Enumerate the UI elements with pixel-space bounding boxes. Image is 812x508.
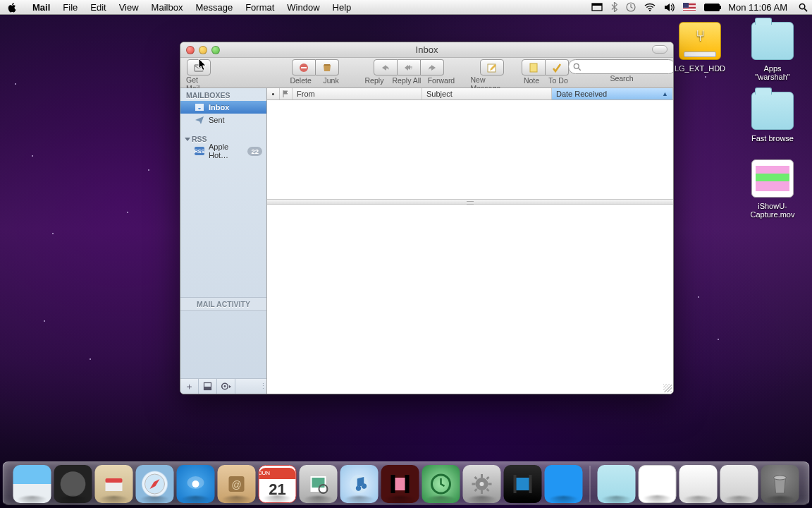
- menu-clock[interactable]: Mon 11:06 AM: [724, 0, 794, 15]
- svg-rect-19: [106, 478, 123, 483]
- show-activity-button[interactable]: [199, 379, 217, 394]
- dock-itunes[interactable]: [340, 465, 379, 503]
- toolbar-toggle-button[interactable]: [652, 45, 668, 54]
- dock-quicktime[interactable]: [504, 465, 542, 503]
- sidebar-item-label: Inbox: [209, 103, 229, 111]
- desktop-label: iShowU-: [744, 202, 801, 210]
- pane-splitter[interactable]: [267, 199, 673, 205]
- dock-dashboard[interactable]: [54, 465, 92, 503]
- sent-icon: [195, 116, 204, 124]
- dock-finder[interactable]: [13, 465, 51, 503]
- column-date[interactable]: Date Received▲: [552, 88, 673, 99]
- video-file-icon: [751, 159, 794, 198]
- column-status[interactable]: •: [267, 88, 280, 99]
- toolbar-label: Forward: [424, 76, 458, 85]
- dock-timemachine[interactable]: [422, 465, 460, 503]
- todo-button[interactable]: [546, 59, 569, 75]
- menu-message[interactable]: Message: [189, 0, 239, 15]
- dock-systemprefs[interactable]: [463, 465, 501, 503]
- desktop-label: "warshah": [744, 73, 801, 81]
- menu-edit[interactable]: Edit: [84, 0, 112, 15]
- desktop-label: Fast browse: [744, 134, 801, 143]
- sidebar-resize-grip[interactable]: ⋮⋮: [259, 382, 266, 391]
- sidebar-item-rss-feed[interactable]: RSS Apple Hot… 22: [180, 145, 266, 157]
- dock-downloads-stack[interactable]: [679, 465, 718, 503]
- menu-mailbox[interactable]: Mailbox: [145, 0, 190, 15]
- bluetooth-icon[interactable]: [607, 0, 622, 15]
- toolbar-getmail[interactable]: Get Mail: [186, 59, 211, 92]
- sidebar-section-mailboxes: MAILBOXES: [180, 88, 266, 101]
- dock-preview[interactable]: [300, 465, 338, 503]
- reply-icon: [380, 62, 391, 73]
- note-button[interactable]: [522, 59, 546, 75]
- desktop-label: Apps: [744, 64, 801, 73]
- dock-mail[interactable]: [95, 465, 133, 503]
- apple-menu-icon[interactable]: [7, 2, 18, 13]
- wifi-icon[interactable]: [640, 0, 660, 15]
- message-list[interactable]: [267, 100, 673, 199]
- sidebar-item-inbox[interactable]: Inbox: [180, 101, 266, 114]
- delete-button[interactable]: [292, 59, 316, 75]
- window-close-button[interactable]: [186, 46, 195, 54]
- desktop-file-video[interactable]: iShowU- Capture.mov: [744, 159, 801, 219]
- junk-button[interactable]: [316, 59, 339, 75]
- dock-running-app[interactable]: [545, 465, 583, 503]
- svg-rect-8: [301, 67, 307, 68]
- column-flag[interactable]: [280, 88, 293, 99]
- svg-rect-16: [204, 387, 211, 390]
- dock-safari[interactable]: [136, 465, 174, 503]
- dock-documents-folder[interactable]: [639, 465, 677, 503]
- menu-help[interactable]: Help: [326, 0, 358, 15]
- window-minimize-button[interactable]: [199, 46, 207, 54]
- replyall-button[interactable]: [398, 59, 421, 75]
- dock-addressbook[interactable]: @: [218, 465, 256, 503]
- add-button[interactable]: ＋: [180, 379, 199, 394]
- menu-window[interactable]: Window: [281, 0, 326, 15]
- svg-rect-46: [517, 478, 529, 490]
- dock-minimized-window[interactable]: [720, 465, 758, 503]
- svg-rect-45: [529, 475, 532, 493]
- sidebar-item-sent[interactable]: Sent: [180, 114, 266, 126]
- window-titlebar[interactable]: Inbox: [180, 42, 673, 58]
- column-from[interactable]: From: [293, 88, 422, 99]
- input-flag-icon[interactable]: [679, 0, 700, 15]
- menu-app-name[interactable]: Mail: [26, 0, 56, 15]
- sidebar: MAILBOXES Inbox Sent RSS RSS Apple Hot… …: [180, 88, 267, 394]
- svg-point-23: [192, 480, 199, 488]
- menu-extra-display-icon[interactable]: [587, 0, 607, 15]
- search-input[interactable]: [584, 63, 671, 71]
- svg-text:@: @: [231, 479, 241, 490]
- compose-icon: [486, 62, 498, 73]
- desktop-drive[interactable]: ⑂ LG_EXT_HDD: [672, 22, 728, 73]
- toolbar-label: Junk: [316, 76, 346, 85]
- timemachine-icon[interactable]: [622, 0, 640, 15]
- forward-button[interactable]: [421, 59, 444, 75]
- battery-icon[interactable]: [700, 0, 724, 15]
- dock-photobooth[interactable]: [381, 465, 419, 503]
- toolbar-label: Note: [518, 76, 545, 85]
- spotlight-icon[interactable]: [794, 0, 812, 15]
- reply-button[interactable]: [374, 59, 398, 75]
- desktop-folder-fastbrowse[interactable]: Fast browse: [744, 92, 801, 143]
- dock-separator: [590, 466, 591, 502]
- desktop-label: LG_EXT_HDD: [672, 64, 728, 73]
- dock-applications-folder[interactable]: [598, 465, 636, 503]
- menu-format[interactable]: Format: [239, 0, 281, 15]
- dock-trash[interactable]: [761, 465, 799, 503]
- svg-text:RSS: RSS: [195, 149, 204, 154]
- action-menu-button[interactable]: [217, 379, 235, 394]
- window-resize-grip[interactable]: [663, 384, 672, 392]
- toolbar-newmessage[interactable]: New Message: [471, 59, 515, 92]
- window-zoom-button[interactable]: [211, 46, 220, 54]
- dock-ichat[interactable]: [177, 465, 215, 503]
- desktop-label: Capture.mov: [744, 210, 801, 219]
- column-subject[interactable]: Subject: [422, 88, 552, 99]
- dock-ical[interactable]: JUN21: [259, 465, 297, 503]
- menu-view[interactable]: View: [113, 0, 145, 15]
- menu-file[interactable]: File: [56, 0, 84, 15]
- disclosure-triangle-icon[interactable]: [185, 138, 190, 141]
- delete-icon: [298, 62, 309, 73]
- desktop-folder-apps[interactable]: Apps "warshah": [744, 22, 801, 81]
- volume-icon[interactable]: [660, 0, 679, 15]
- search-field[interactable]: [568, 59, 674, 74]
